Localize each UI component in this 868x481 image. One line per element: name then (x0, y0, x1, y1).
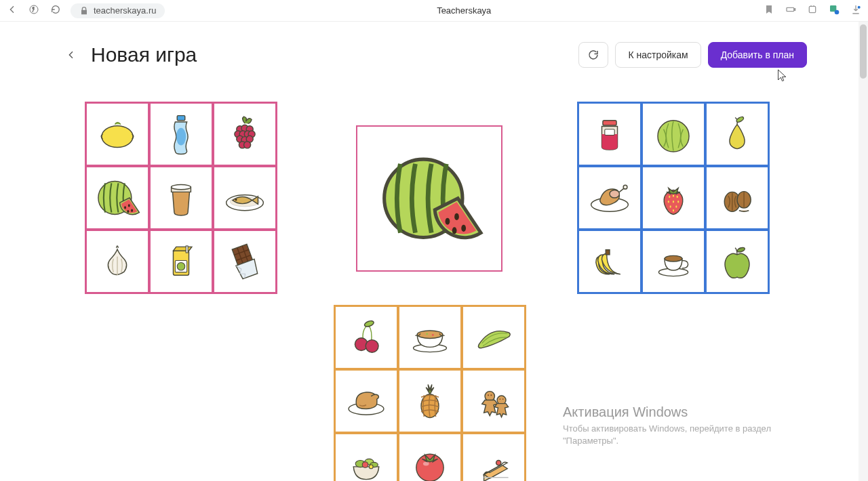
svg-point-69 (488, 394, 489, 396)
lotto-cell-gingerbread[interactable] (462, 370, 525, 432)
svg-point-45 (677, 196, 678, 198)
svg-point-27 (172, 185, 191, 190)
lotto-cell-roast-chicken[interactable] (335, 370, 397, 432)
reload-icon[interactable] (50, 4, 61, 17)
svg-point-62 (417, 331, 442, 339)
lotto-cell-soup-bowl[interactable] (399, 306, 461, 369)
lotto-cell-strawberry[interactable] (642, 167, 705, 229)
svg-rect-2 (794, 9, 795, 11)
svg-point-83 (452, 227, 457, 234)
browser-chrome: teacherskaya.ru Teacherskaya (0, 0, 868, 22)
lotto-cell-cherries[interactable] (335, 306, 397, 369)
lotto-cell-pear[interactable] (706, 103, 768, 165)
lotto-cell-pineapple[interactable] (399, 370, 461, 432)
lotto-cell-garlic[interactable] (86, 230, 149, 293)
watermark-title: Активация Windows (563, 404, 780, 420)
svg-point-6 (858, 6, 861, 9)
svg-point-84 (461, 225, 466, 232)
lotto-cell-lemon[interactable] (86, 103, 149, 165)
svg-point-41 (610, 190, 619, 198)
lotto-grid-blue (577, 102, 770, 294)
extensions-icon[interactable] (807, 4, 818, 17)
svg-point-57 (736, 247, 745, 253)
url-text: teacherskaya.ru (94, 5, 157, 16)
lotto-cell-chocolate[interactable] (214, 230, 276, 293)
svg-point-43 (669, 196, 670, 198)
svg-point-30 (235, 198, 237, 201)
svg-point-23 (124, 206, 126, 209)
tab-title: Teacherskaya (174, 5, 755, 16)
svg-point-46 (668, 201, 669, 203)
lotto-cell-salad[interactable] (335, 434, 397, 481)
svg-point-44 (673, 194, 674, 197)
lotto-cell-cake-slice[interactable] (462, 434, 525, 481)
svg-point-63 (426, 333, 428, 335)
lotto-cell-cabbage[interactable] (642, 103, 705, 165)
lotto-cell-cucumber[interactable] (462, 306, 525, 369)
lotto-cell-bananas[interactable] (578, 230, 641, 293)
lotto-cell-ham-plate[interactable] (578, 167, 641, 229)
svg-point-77 (369, 465, 373, 469)
windows-watermark: Активация Windows Чтобы активировать Win… (563, 404, 780, 447)
svg-point-33 (177, 262, 185, 270)
bookmark-icon[interactable] (764, 4, 774, 17)
yandex-icon[interactable] (28, 4, 39, 17)
svg-point-80 (496, 461, 501, 465)
svg-point-7 (102, 126, 133, 148)
svg-rect-36 (603, 121, 616, 125)
svg-point-56 (665, 255, 682, 262)
addon-badge-icon[interactable] (829, 4, 840, 17)
downloads-icon[interactable] (850, 4, 861, 17)
svg-point-78 (416, 454, 443, 481)
svg-point-42 (623, 185, 627, 189)
lotto-cell-walnuts[interactable] (706, 167, 768, 229)
svg-point-50 (675, 205, 677, 208)
svg-point-82 (446, 218, 450, 225)
lotto-cell-teacup[interactable] (642, 230, 705, 293)
lock-icon (79, 5, 90, 16)
nav-back-icon[interactable] (7, 4, 18, 17)
lotto-grid-pink (85, 102, 277, 294)
svg-rect-3 (809, 6, 815, 12)
back-button[interactable] (61, 45, 81, 65)
lotto-cell-tomato[interactable] (399, 434, 461, 481)
svg-rect-1 (787, 7, 794, 11)
lotto-cell-raspberry[interactable] (214, 103, 276, 165)
svg-rect-54 (606, 250, 610, 255)
svg-point-24 (127, 210, 129, 213)
svg-rect-8 (177, 116, 185, 121)
svg-point-75 (362, 462, 368, 468)
svg-point-5 (835, 10, 840, 15)
lotto-cell-coffee-cup[interactable] (150, 167, 212, 229)
lotto-cell-watermelon[interactable] (86, 167, 149, 229)
svg-point-70 (490, 394, 492, 396)
lotto-cell-water-bottle[interactable] (150, 103, 212, 165)
svg-point-85 (454, 213, 459, 220)
svg-point-51 (673, 209, 674, 212)
svg-point-64 (432, 334, 434, 336)
center-card[interactable] (356, 125, 502, 272)
lotto-cell-juice-box[interactable] (150, 230, 212, 293)
svg-point-38 (658, 121, 689, 152)
svg-point-48 (677, 201, 679, 203)
svg-point-39 (736, 116, 745, 123)
header-actions: К настройкам Добавить в план (578, 42, 807, 68)
svg-rect-37 (605, 129, 614, 135)
lotto-cell-apple[interactable] (706, 230, 768, 293)
page-body: Новая игра К настройкам Добавить в план … (0, 22, 868, 481)
svg-point-9 (176, 128, 186, 146)
svg-point-25 (131, 209, 133, 212)
watermark-subtitle: Чтобы активировать Windows, перейдите в … (563, 423, 780, 447)
svg-point-72 (502, 398, 504, 400)
svg-point-60 (366, 340, 378, 353)
lotto-cell-jam-jar[interactable] (578, 103, 641, 165)
svg-point-21 (244, 142, 251, 148)
refresh-button[interactable] (578, 42, 608, 68)
url-bar[interactable]: teacherskaya.ru (71, 3, 165, 18)
svg-point-71 (499, 398, 500, 400)
add-to-plan-button[interactable]: Добавить в план (708, 42, 807, 68)
settings-button[interactable]: К настройкам (615, 42, 701, 68)
lotto-grid-orange (334, 305, 526, 481)
refresh-icon (587, 49, 599, 61)
lotto-cell-fish-plate[interactable] (214, 167, 276, 229)
